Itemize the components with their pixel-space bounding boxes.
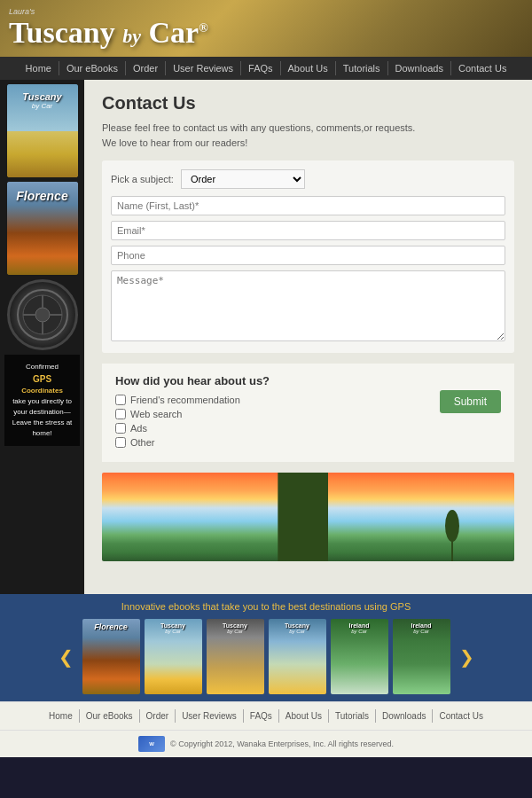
carousel-book3-label: Tuscany (223, 622, 247, 629)
tuscany-book-title: Tuscany (12, 91, 74, 102)
carousel-book-ireland2[interactable]: Ireland by Car (393, 619, 450, 694)
svg-point-2 (35, 308, 50, 322)
footer-nav-about[interactable]: About Us (279, 709, 329, 723)
hear-section: How did you hear about us? Friend's reco… (102, 364, 514, 462)
footer-nav: Home Our eBooks Order User Reviews FAQs … (0, 701, 532, 730)
svg-rect-9 (278, 473, 328, 561)
sidebar-book-tuscany[interactable]: Tuscany by Car (7, 84, 78, 177)
carousel-book6-sub: by Car (413, 629, 429, 634)
checkbox-other-input[interactable] (115, 437, 126, 448)
site-title: Tuscany by Car® (9, 16, 208, 49)
footer-logo: W (138, 736, 165, 752)
carousel-right-arrow[interactable]: ❯ (455, 646, 479, 668)
carousel-books: Florence Tuscany by Car Tuscany by Car T… (82, 619, 450, 694)
nav-order[interactable]: Order (126, 61, 166, 75)
nav-reviews[interactable]: User Reviews (166, 61, 241, 75)
nav-downloads[interactable]: Downloads (388, 61, 451, 75)
checkbox-other-label: Other (130, 437, 155, 448)
footer-copyright: W © Copyright 2012, Wanaka Enterprises, … (0, 730, 532, 757)
phone-input[interactable] (111, 246, 505, 265)
nav-contact[interactable]: Contact Us (451, 61, 513, 75)
books-carousel: ❮ Florence Tuscany by Car Tuscany by Car (9, 619, 523, 694)
footer-nav-order[interactable]: Order (140, 709, 176, 723)
subject-label: Pick a subject: (111, 174, 174, 184)
carousel-book2-sub: by Car (165, 629, 181, 634)
name-input[interactable] (111, 196, 505, 215)
carousel-book-tuscany3[interactable]: Tuscany by Car (269, 619, 326, 694)
carousel-book4-sub: by Car (289, 629, 305, 634)
carousel-book1-label: Florence (94, 622, 128, 631)
carousel-book5-label: Ireland (349, 622, 370, 629)
carousel-book-tuscany2[interactable]: Tuscany by Car (207, 619, 264, 694)
nav-ebooks[interactable]: Our eBooks (59, 61, 126, 75)
nav-about[interactable]: About Us (281, 61, 336, 75)
message-input[interactable] (111, 270, 505, 341)
subject-row: Pick a subject: Order General Question T… (111, 169, 505, 189)
gps-coordinates: Coordinates (9, 386, 75, 396)
carousel-book-ireland1[interactable]: Ireland by Car (331, 619, 388, 694)
tuscany-book-subtitle: by Car (12, 102, 74, 110)
footer-nav-faqs[interactable]: FAQs (244, 709, 279, 723)
gps-overlay-text: Confirmed GPS Coordinates take you direc… (4, 355, 80, 446)
carousel-book6-label: Ireland (411, 622, 432, 629)
content-wrapper: Tuscany by Car Florence (0, 80, 532, 594)
footer-logo-text: W (149, 741, 154, 747)
carousel-book4-label: Tuscany (285, 622, 309, 629)
landscape-image (102, 473, 514, 561)
sidebar: Tuscany by Car Florence (0, 80, 84, 594)
carousel-book2-label: Tuscany (160, 622, 185, 629)
checkbox-friends-input[interactable] (115, 395, 126, 405)
main-content: Contact Us Please feel free to contact u… (84, 80, 532, 594)
footer-nav-reviews[interactable]: User Reviews (176, 709, 244, 723)
sidebar-book-florence[interactable]: Florence (7, 182, 78, 275)
page-title: Contact Us (102, 93, 514, 113)
gps-desc1: take you directly to (9, 396, 75, 407)
footer-nav-contact[interactable]: Contact Us (433, 709, 489, 723)
laura-label: Laura's (9, 7, 208, 16)
gps-word: GPS (9, 372, 75, 386)
footer-nav-downloads[interactable]: Downloads (376, 709, 433, 723)
nav-tutorials[interactable]: Tutorials (336, 61, 388, 75)
nav-faqs[interactable]: FAQs (241, 61, 281, 75)
gps-wheel (7, 279, 78, 350)
submit-button[interactable]: Submit (440, 390, 501, 413)
checkbox-web-label: Web search (130, 409, 183, 419)
florence-book-title: Florence (16, 189, 67, 203)
main-nav: Home Our eBooks Order User Reviews FAQs … (0, 57, 532, 80)
checkbox-ads-label: Ads (130, 423, 147, 434)
email-input[interactable] (111, 221, 505, 240)
footer-nav-home[interactable]: Home (43, 709, 80, 723)
footer-nav-ebooks[interactable]: Our eBooks (80, 709, 140, 723)
gps-confirmed: Confirmed (9, 362, 75, 372)
carousel-book-florence[interactable]: Florence (82, 619, 140, 694)
checkbox-web-input[interactable] (115, 409, 126, 419)
carousel-book3-sub: by Car (227, 629, 243, 634)
hear-title: How did you hear about us? (115, 374, 501, 387)
carousel-book-tuscany1[interactable]: Tuscany by Car (145, 619, 202, 694)
page-description: Please feel free to contact us with any … (102, 121, 514, 150)
carousel-left-arrow[interactable]: ❮ (54, 646, 78, 668)
tree2-svg (102, 473, 479, 561)
gps-desc3: Leave the stress at home! (9, 418, 75, 439)
site-logo: Laura's Tuscany by Car® (9, 7, 208, 50)
site-header: Laura's Tuscany by Car® (0, 0, 532, 57)
checkbox-ads: Ads (115, 423, 501, 434)
footer-copyright-text: © Copyright 2012, Wanaka Enterprises, In… (170, 739, 394, 748)
nav-home[interactable]: Home (19, 61, 59, 75)
subject-select[interactable]: Order General Question Technical Support… (181, 169, 305, 189)
promo-text: Innovative ebooks that take you to the b… (9, 601, 523, 612)
footer-nav-tutorials[interactable]: Tutorials (329, 709, 376, 723)
gps-desc2: your destination— (9, 407, 75, 418)
checkbox-friends-label: Friend's recommendation (130, 395, 240, 405)
contact-form: Pick a subject: Order General Question T… (102, 160, 514, 353)
promo-strip: Innovative ebooks that take you to the b… (0, 594, 532, 701)
carousel-book5-sub: by Car (351, 629, 367, 634)
checkbox-other: Other (115, 437, 501, 448)
checkbox-ads-input[interactable] (115, 423, 126, 434)
